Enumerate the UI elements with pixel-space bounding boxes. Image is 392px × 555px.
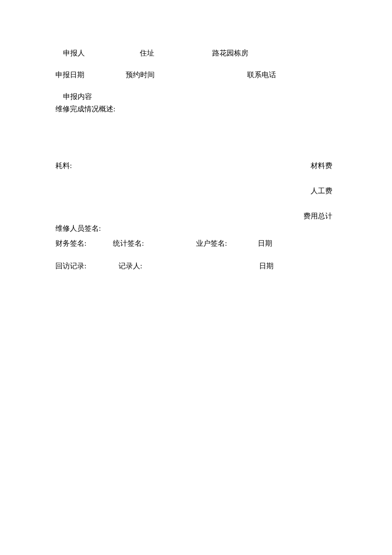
row-repair-sign-total: 费用总计 [55, 211, 337, 221]
material-used-label: 耗料: [55, 161, 72, 171]
row-labor: 人工费 [55, 186, 337, 196]
appointment-label: 预约时间 [126, 70, 247, 80]
address-value: 路花园栋房 [212, 48, 248, 58]
visit-record-label: 回访记录: [55, 261, 118, 271]
total-fee-label: 费用总计 [303, 211, 337, 221]
phone-label: 联系电话 [247, 70, 276, 80]
owner-sign-label: 业户签名: [196, 238, 258, 248]
apply-content-label: 申报内容 [63, 92, 337, 102]
row-applicant: 申报人 住址 路花园栋房 [55, 48, 337, 58]
address-label: 住址 [140, 48, 212, 58]
repair-staff-sign-label: 维修人员签名: [55, 224, 337, 233]
material-fee-label: 材料费 [311, 161, 337, 171]
row-visit: 回访记录: 记录人: 日期 [55, 261, 337, 271]
statistics-sign-label: 统计签名: [113, 238, 196, 248]
row-material: 耗料: 材料费 [55, 161, 337, 171]
row-signatures: 财务签名: 统计签名: 业户签名: 日期 [55, 238, 337, 248]
sign-date-label: 日期 [258, 238, 272, 248]
form-page: 申报人 住址 路花园栋房 申报日期 预约时间 联系电话 申报内容 维修完成情况概… [55, 48, 337, 271]
visit-recorder-label: 记录人: [118, 261, 259, 271]
content-block: 申报内容 维修完成情况概述: [55, 92, 337, 114]
finance-sign-label: 财务签名: [55, 238, 113, 248]
apply-date-label: 申报日期 [55, 70, 126, 80]
row-date-phone: 申报日期 预约时间 联系电话 [55, 70, 337, 80]
labor-fee-label: 人工费 [311, 186, 337, 196]
applicant-label: 申报人 [63, 48, 140, 58]
repair-summary-label: 维修完成情况概述: [55, 104, 337, 114]
visit-date-label: 日期 [259, 261, 274, 271]
